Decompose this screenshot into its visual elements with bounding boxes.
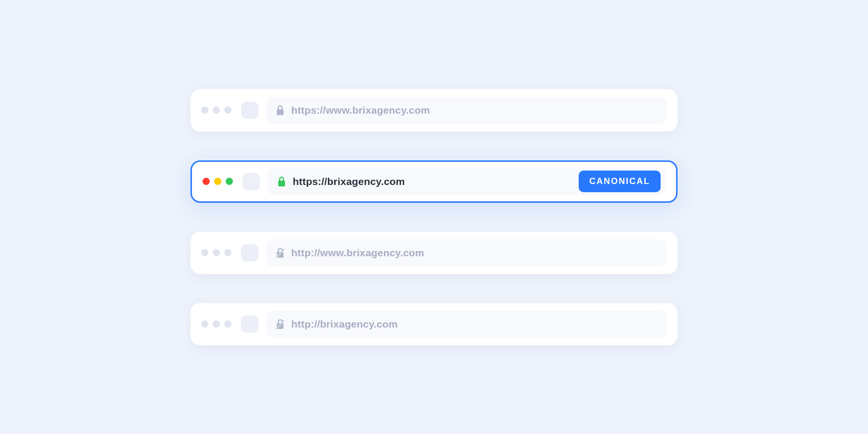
- svg-rect-0: [277, 109, 284, 115]
- url-text: https://brixagency.com: [293, 176, 405, 187]
- traffic-lights: [201, 249, 231, 256]
- address-field[interactable]: http://brixagency.com: [266, 311, 667, 338]
- traffic-light-yellow-icon: [213, 320, 220, 328]
- address-field[interactable]: https://brixagency.com CANONICAL: [268, 168, 665, 195]
- canonical-badge: CANONICAL: [579, 171, 661, 192]
- url-text: http://www.brixagency.com: [291, 247, 424, 259]
- traffic-light-yellow-icon: [213, 106, 220, 114]
- traffic-light-red-icon: [201, 320, 208, 328]
- lock-secure-icon: [277, 176, 286, 187]
- lock-insecure-icon: [276, 319, 285, 329]
- lock-insecure-icon: [276, 248, 285, 258]
- address-field[interactable]: https://www.brixagency.com: [266, 97, 667, 124]
- traffic-light-green-icon: [224, 249, 231, 256]
- address-field[interactable]: http://www.brixagency.com: [266, 239, 667, 266]
- lock-icon: [276, 105, 285, 116]
- tab-placeholder: [241, 244, 258, 262]
- browser-bar-canonical: https://brixagency.com CANONICAL: [190, 160, 678, 203]
- traffic-lights: [203, 178, 233, 185]
- traffic-light-red-icon: [201, 249, 208, 256]
- svg-rect-1: [278, 181, 285, 186]
- traffic-lights: [201, 106, 231, 114]
- url-text: http://brixagency.com: [291, 318, 398, 330]
- tab-placeholder: [241, 316, 258, 333]
- url-text: https://www.brixagency.com: [291, 105, 430, 116]
- traffic-light-green-icon: [226, 178, 233, 185]
- traffic-light-yellow-icon: [213, 249, 220, 256]
- traffic-light-red-icon: [203, 178, 210, 185]
- browser-bar: http://www.brixagency.com: [190, 232, 678, 274]
- tab-placeholder: [241, 102, 258, 119]
- tab-placeholder: [243, 173, 260, 190]
- browser-bar: https://www.brixagency.com: [190, 89, 678, 132]
- traffic-light-yellow-icon: [214, 178, 221, 185]
- traffic-lights: [201, 320, 231, 328]
- traffic-light-green-icon: [224, 320, 231, 328]
- traffic-light-green-icon: [224, 106, 231, 114]
- browser-bar: http://brixagency.com: [190, 303, 678, 345]
- traffic-light-red-icon: [201, 106, 208, 114]
